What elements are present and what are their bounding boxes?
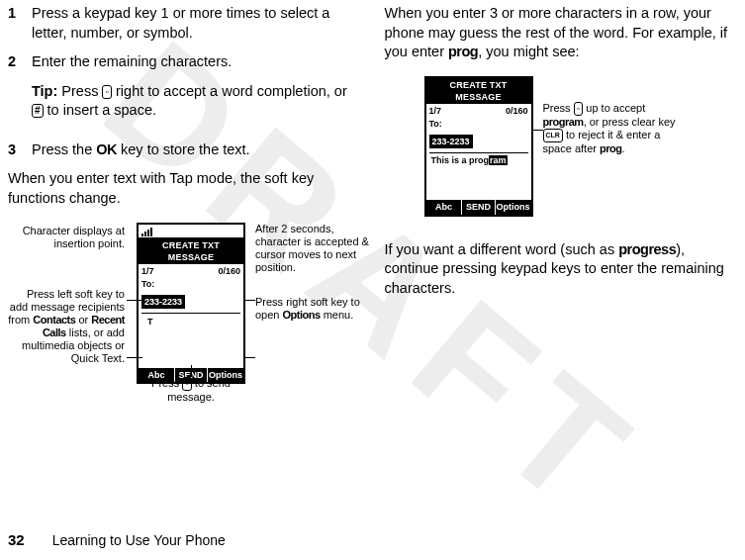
outro-paragraph: If you want a different word (such as pr… [385,240,738,299]
callout-text: up to accept [583,102,645,114]
step-2: 2 Enter the remaining characters. Tip: P… [8,52,361,131]
phone-text-area: This is a program [429,152,528,200]
hash-key-icon: # [32,104,44,118]
tip-label: Tip: [32,83,57,99]
callout-text: lists, or add multimedia objects or Quic… [22,327,125,364]
step-body: Press the OK key to store the text. [32,140,361,160]
callout-text: , or press clear key [584,116,676,128]
intro-text: , you might see: [478,44,579,59]
outro-text: If you want a different word (such as [385,241,619,257]
step-2-text: Enter the remaining characters. [32,53,232,69]
page-number: 32 [8,531,25,548]
phone-recipient: 233-2233 [429,135,473,148]
step-body: Enter the remaining characters. Tip: Pre… [32,52,361,131]
step-1: 1 Press a keypad key 1 or more times to … [8,4,361,43]
step-number: 1 [8,4,32,43]
softkey-mid: SEND [462,200,495,214]
callout-text: menu. [321,309,354,321]
tip-suffix: to insert a space. [44,102,156,118]
softkey-left: Abc [426,200,463,214]
phone-recipient: 233-2233 [141,295,185,309]
predict-prefix: This is a prog [431,155,490,165]
footer-title: Learning to Use Your Phone [52,532,226,548]
leader-line [533,130,543,131]
callout-rightsoft: Press right soft key to open Options men… [255,296,369,322]
contacts-kw: Contacts [33,314,75,326]
nav-key-icon: ◦ [102,85,112,99]
step3-prefix: Press the [32,141,96,157]
phone-screen: CREATE TXT MESSAGE 1/7 0/160 To: 233-223… [137,223,245,385]
prog-kw: prog [448,44,478,59]
phone-counter-row: 1/7 0/160 [426,104,531,118]
leader-line [245,300,255,301]
callout-text: Press [151,377,182,389]
step-3: 3 Press the OK key to store the text. [8,140,361,160]
leader-line [245,357,255,358]
callout-send: Press ◦ to send message. [137,377,245,404]
phone-charcount: 0/160 [218,265,240,277]
phone-title: CREATE TXT MESSAGE [426,78,531,104]
right-column: When you enter 3 or more characters in a… [385,4,738,456]
diagram-2: CREATE TXT MESSAGE 1/7 0/160 To: 233-223… [385,72,738,240]
step-number: 3 [8,140,32,160]
step3-suffix: key to store the text. [117,141,250,157]
program-kw: program [543,116,584,128]
phone-entered-char: T [147,316,153,327]
phone-counter-row: 1/7 0/160 [139,264,243,278]
softkey-right: Options [496,200,531,214]
nav-key-icon: ◦ [182,377,192,391]
tip-prefix: Press [57,83,102,99]
predict-suffix: ram [489,155,508,165]
ok-key-label: OK [96,141,117,157]
options-kw: Options [283,309,321,321]
prog-kw: prog [600,142,621,154]
signal-icon [141,227,159,236]
callout-leftsoft: Press left soft key to add message recip… [8,288,125,366]
phone-charcount: 0/160 [506,105,528,117]
phone-page: 1/7 [429,105,442,117]
callout-text: Press [543,102,574,114]
page-footer: 32 Learning to Use Your Phone [0,531,226,548]
callout-text: or [75,314,91,326]
phone-softkeys: Abc SEND Options [426,200,531,214]
phone-page: 1/7 [141,265,154,277]
phone-screen: CREATE TXT MESSAGE 1/7 0/160 To: 233-223… [424,76,533,217]
callout-after2s: After 2 seconds, character is accepted &… [255,223,374,275]
step-number: 2 [8,52,32,131]
left-column: 1 Press a keypad key 1 or more times to … [8,4,361,456]
callout-predict: Press ◦ up to accept program, or press c… [543,102,692,156]
clr-key-icon: CLR [543,129,563,142]
callout-text: . [621,142,624,154]
phone-to-label: To: [426,118,531,131]
phone-text-area: T [141,313,240,368]
progress-kw: progress [618,241,676,257]
phone-to-label: To: [139,278,243,291]
tip-mid: right to accept a word completion, or [112,83,347,99]
diagram-1: CREATE TXT MESSAGE 1/7 0/160 To: 233-223… [8,219,361,456]
phone-status-bar [139,225,243,238]
callout-character: Character displays at insertion point. [16,225,125,250]
leader-line [127,357,142,358]
phone-title: CREATE TXT MESSAGE [139,238,243,264]
soft-key-paragraph: When you enter text with Tap mode, the s… [8,169,361,208]
intro-paragraph: When you enter 3 or more characters in a… [385,4,738,62]
nav-key-icon: ◦ [574,102,584,116]
leader-line [191,365,192,377]
leader-line [127,300,142,301]
step-body: Press a keypad key 1 or more times to se… [32,4,361,43]
